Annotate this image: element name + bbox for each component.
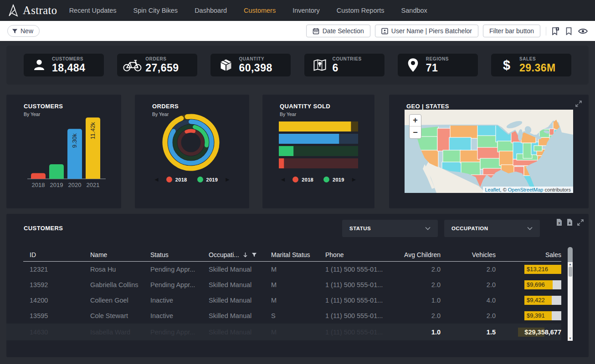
cell-occupation: Skilled Manual	[202, 297, 265, 304]
column-header-phone[interactable]: Phone	[319, 251, 392, 258]
kpi-value: 6	[333, 62, 362, 74]
legend-item-2018[interactable]: 2018	[166, 177, 187, 182]
table-row[interactable]: 13592Gabriella CollinsPending Appr...Ski…	[23, 277, 561, 293]
nav-item-sandbox[interactable]: Sandbox	[401, 7, 427, 14]
export-doc-icon[interactable]	[566, 218, 573, 226]
kpi-card-customers[interactable]: CUSTOMERS18,484	[24, 54, 104, 76]
leaflet-link[interactable]: Leaflet	[485, 187, 500, 192]
kpi-value: 18,484	[52, 62, 85, 74]
leaflet-map[interactable]: + − Leaflet, © OpenStreetMap contributor…	[405, 110, 573, 193]
kpi-value: 27,659	[145, 62, 179, 74]
kpi-card-countries[interactable]: COUNTRIES6	[304, 54, 385, 76]
sales-data-bar: $13,216	[524, 265, 561, 274]
bookmark-icon[interactable]	[565, 27, 572, 35]
cell-name: Colleen Goel	[84, 297, 144, 304]
kpi-label: QUANTITY	[239, 56, 272, 61]
expand-icon[interactable]	[575, 100, 582, 107]
quantity-hbar-chart[interactable]	[262, 95, 374, 176]
occupation-filter-dropdown[interactable]: OCCUPATION	[444, 220, 540, 237]
nav-item-inventory[interactable]: Inventory	[292, 7, 320, 14]
expand-icon[interactable]	[577, 219, 584, 226]
nav-item-dashboard[interactable]: Dashboard	[195, 7, 227, 14]
sort-desc-icon[interactable]	[243, 252, 248, 258]
table-row[interactable]: 14200Colleen GoelInactiveSkilled ManualM…	[23, 293, 561, 308]
column-header-vehicles[interactable]: Vehicles	[441, 251, 496, 258]
zoom-in-button[interactable]: +	[410, 115, 421, 126]
legend-next-arrow[interactable]: ▶	[352, 177, 356, 182]
customers-bar-chart[interactable]: 201820199.30k202011.42k2021	[6, 95, 121, 192]
zoom-out-button[interactable]: −	[410, 126, 421, 138]
customers-chart-panel: CUSTOMERS By Year 201820199.30k202011.42…	[6, 95, 121, 208]
us-states-map[interactable]	[405, 110, 573, 193]
filter-icon[interactable]	[251, 252, 257, 258]
scroll-down-button[interactable]: ▼	[568, 336, 573, 341]
sales-value: $9,391	[527, 312, 545, 319]
brand-name: Astrato	[23, 4, 57, 17]
table-row[interactable]: 13595Cole StewartInactiveSkilled ManualS…	[23, 308, 561, 324]
cell-sales: $9,391	[496, 311, 561, 320]
status-filter-dropdown[interactable]: STATUS	[342, 220, 438, 237]
cell-avg-children: 2.0	[392, 281, 441, 288]
nav-item-recent-updates[interactable]: Recent Updates	[69, 7, 117, 14]
kpi-card-regions[interactable]: REGIONS71	[398, 54, 478, 76]
nav-item-spin-city-bikes[interactable]: Spin City Bikes	[133, 7, 178, 14]
kpi-text: ORDERS27,659	[145, 56, 179, 74]
legend-next-arrow[interactable]: ▶	[226, 177, 229, 182]
kpi-label: ORDERS	[145, 56, 179, 61]
kpi-label: SALES	[519, 56, 556, 61]
column-header-id[interactable]: ID	[23, 251, 84, 258]
table-scrollbar[interactable]: ▲ ▼	[568, 247, 573, 341]
new-filter-button[interactable]: New	[7, 25, 40, 37]
legend-item-2018[interactable]: 2018	[292, 177, 313, 182]
column-header-avg-children[interactable]: Avg Children	[392, 251, 441, 258]
cell-vehicles: 2.0	[441, 281, 496, 288]
brand[interactable]: Astrato	[7, 4, 57, 17]
cell-occupation: Skilled Manual	[202, 281, 265, 288]
total-vehicles: 1.5	[441, 329, 496, 336]
legend-prev-arrow[interactable]: ◀	[154, 177, 158, 182]
kpi-card-quantity[interactable]: QUANTITY60,398	[210, 54, 291, 76]
toolbar-button-date-selection[interactable]: Date Selection	[306, 25, 370, 37]
export-excel-icon[interactable]: X	[556, 218, 563, 226]
kpi-card-sales[interactable]: $SALES29.36M	[491, 54, 571, 76]
sales-data-bar: $9,696	[524, 280, 561, 289]
table-header-row: IDNameStatusOccupati...Marital StatusPho…	[23, 248, 561, 262]
cell-avg-children: 1.0	[392, 297, 441, 304]
kpi-label: REGIONS	[426, 56, 449, 61]
geo-map-panel: GEO | STATES + − Leaflet, © OpenStreetMa…	[389, 95, 589, 208]
kpi-card-orders[interactable]: ORDERS27,659	[117, 54, 197, 76]
kpi-value: 71	[426, 62, 449, 74]
legend-dot	[197, 177, 203, 182]
map-attribution: Leaflet, © OpenStreetMap contributors	[483, 187, 574, 193]
toolbar-button-filter-bar-button[interactable]: Filter bar button	[483, 25, 540, 37]
legend-item-2019[interactable]: 2019	[323, 177, 344, 182]
column-header-name[interactable]: Name	[84, 251, 144, 258]
ghost-sales-bar	[518, 328, 544, 337]
svg-text:2019: 2019	[50, 182, 63, 188]
legend-dot	[166, 177, 172, 182]
geo-map-title: GEO | STATES	[406, 103, 449, 110]
legend-prev-arrow[interactable]: ◀	[281, 177, 285, 182]
osm-link[interactable]: OpenStreetMap	[508, 187, 544, 192]
column-header-marital-status[interactable]: Marital Status	[265, 251, 319, 258]
customers-table-title: CUSTOMERS	[24, 225, 63, 232]
toolbar-right: Date SelectionUser Name | Piers Batchelo…	[306, 25, 588, 37]
toolbar-button-user-name-piers-batchelor[interactable]: User Name | Piers Batchelor	[375, 25, 478, 37]
orders-donut-chart[interactable]	[135, 95, 249, 176]
column-header-sales[interactable]: Sales	[496, 251, 561, 258]
table-row[interactable]: 12321Rosa HuPending Appr...Skilled Manua…	[23, 262, 561, 277]
nav-item-customers[interactable]: Customers	[244, 7, 276, 14]
scrollbar-thumb[interactable]	[569, 267, 572, 277]
status-filter-label: STATUS	[349, 226, 371, 231]
legend-item-2019[interactable]: 2019	[197, 177, 218, 182]
eye-icon[interactable]	[578, 28, 588, 35]
bookmark-add-icon[interactable]	[552, 27, 559, 35]
cell-vehicles: 4.0	[441, 297, 496, 304]
cell-marital: M	[265, 297, 319, 304]
cell-phone: 1 (11) 500 555-01...	[319, 297, 392, 304]
column-header-status[interactable]: Status	[144, 251, 202, 258]
cell-id: 13595	[23, 312, 84, 319]
scroll-up-button[interactable]: ▲	[568, 262, 573, 267]
nav-item-custom-reports[interactable]: Custom Reports	[337, 7, 385, 14]
column-header-occupati[interactable]: Occupati...	[202, 251, 265, 258]
